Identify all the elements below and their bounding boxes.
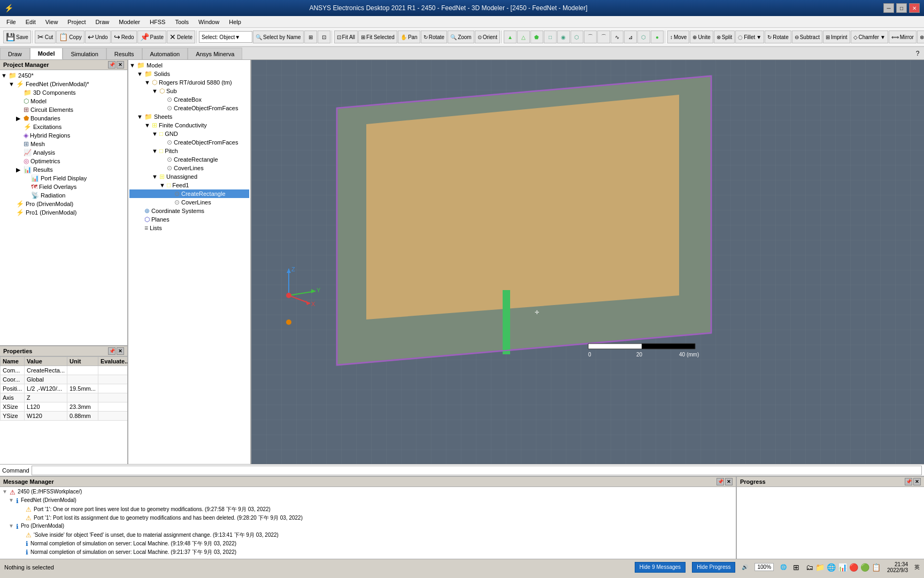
msg-close-button[interactable]: ✕ — [725, 478, 733, 485]
tree-item-sheets[interactable]: ▼📁Sheets — [129, 112, 249, 121]
tree-item-excitations[interactable]: ⚡Excitations — [1, 123, 126, 131]
hide-messages-button[interactable]: Hide 9 Messages — [635, 562, 686, 573]
rotate-button[interactable]: ↻ Rotate — [421, 31, 447, 43]
shape-2[interactable]: △ — [517, 31, 530, 43]
tree-item-feed1-cover[interactable]: ⊙CoverLines — [129, 198, 249, 207]
restore-button[interactable]: □ — [896, 3, 907, 13]
prog-close-button[interactable]: ✕ — [913, 478, 921, 485]
tree-item-pitch-rect[interactable]: ⊙CreateRectangle — [129, 155, 249, 164]
pan-button[interactable]: ✋ Pan — [398, 31, 420, 43]
help-button[interactable]: ? — [911, 48, 924, 59]
tree-item-feed1[interactable]: ▼□Feed1 — [129, 181, 249, 189]
tree-item-sub[interactable]: ▼⬡Sub — [129, 87, 249, 95]
tree-item-results[interactable]: ▶📊Results — [1, 165, 126, 174]
undo-button[interactable]: ↩ Undo — [85, 31, 111, 43]
tree-item-planes[interactable]: ⬡Planes — [129, 215, 249, 224]
unite-button[interactable]: ⊕ Unite — [690, 31, 713, 43]
tree-item-radiation[interactable]: 📡Radiation — [1, 191, 126, 200]
tree-toggle[interactable]: ▼ — [137, 113, 144, 120]
model-tree-panel[interactable]: ▼📁Model▼📁Solids▼⬡Rogers RT/duroid 5880 (… — [128, 60, 251, 464]
taskbar-icon-6[interactable]: 🟢 — [860, 563, 869, 572]
fit-all-button[interactable]: ⊡ Fit All — [334, 31, 358, 43]
redo-button[interactable]: ↪ Redo — [111, 31, 137, 43]
windows-start-icon[interactable]: ⊞ — [793, 563, 799, 572]
taskbar-icon-3[interactable]: 🌐 — [827, 563, 836, 572]
tree-item-optimetrics[interactable]: ◎Optimetrics — [1, 157, 126, 165]
menu-project[interactable]: Project — [63, 18, 90, 26]
tree-toggle[interactable]: ▼ — [137, 71, 144, 77]
tab-model[interactable]: Model — [30, 48, 63, 59]
tree-toggle[interactable]: ▼ — [144, 122, 152, 128]
subtract-button[interactable]: ⊖ Subtract — [792, 31, 822, 43]
tree-item-model-root[interactable]: ▼📁Model — [129, 61, 249, 70]
prop-value[interactable]: L120 — [25, 402, 67, 412]
shape-8[interactable]: ⌒ — [597, 31, 610, 43]
tree-item-createbox[interactable]: ⊙CreateBox — [129, 95, 249, 104]
tab-draw[interactable]: Draw — [0, 48, 30, 59]
tree-item-rogers[interactable]: ▼⬡Rogers RT/duroid 5880 (tm) — [129, 78, 249, 87]
zoom-button[interactable]: 🔍 Zoom — [448, 31, 474, 43]
pin-button[interactable]: 📌 — [108, 61, 116, 69]
tree-item-gnd-createobj[interactable]: ⊙CreateObjectFromFaces — [129, 138, 249, 147]
select-by-name-button[interactable]: 🔍 Select by Name — [253, 31, 304, 43]
menu-tools[interactable]: Tools — [171, 18, 193, 26]
tree-item-2450[interactable]: ▼📁2450* — [1, 71, 126, 80]
shape-7[interactable]: ⌒ — [584, 31, 597, 43]
orient-button[interactable]: ⊙ Orient — [475, 31, 500, 43]
close-panel-button[interactable]: ✕ — [117, 61, 124, 69]
tree-toggle[interactable]: ▼ — [144, 79, 152, 86]
split-button[interactable]: ⊗ Split — [714, 31, 735, 43]
shape-12[interactable]: ● — [651, 31, 664, 43]
move-button[interactable]: ↕ Move — [667, 31, 689, 43]
prog-pin-button[interactable]: 📌 — [905, 478, 912, 485]
prop-value[interactable]: Global — [25, 375, 67, 384]
selection-options[interactable]: ⊡ — [318, 31, 330, 43]
message-content[interactable]: ▼ ⚠ 2450 (E:/HFSSWorkplace/) ▼ ℹ FeedNet… — [0, 487, 736, 559]
hide-progress-button[interactable]: Hide Progress — [692, 562, 735, 573]
taskbar-icon-7[interactable]: 📋 — [872, 563, 881, 572]
tree-item-pitch-cover[interactable]: ⊙CoverLines — [129, 164, 249, 172]
rotate2-button[interactable]: ↻ Rotate — [765, 31, 791, 43]
project-tree[interactable]: ▼📁2450*▼⚡FeedNet (DrivenModal)*📁3D Compo… — [0, 70, 127, 345]
shape-11[interactable]: ⬡ — [637, 31, 650, 43]
menu-modeler[interactable]: Modeler — [114, 18, 144, 26]
tree-item-boundaries[interactable]: ▶⬟Boundaries — [1, 114, 126, 123]
tree-item-portfield[interactable]: 📊Port Field Display — [1, 174, 126, 182]
prop-value[interactable]: CreateRecta... — [25, 366, 67, 375]
shape-3[interactable]: ⬟ — [530, 31, 543, 43]
tree-item-solids[interactable]: ▼📁Solids — [129, 70, 249, 78]
minimize-button[interactable]: ─ — [883, 3, 894, 13]
menu-draw[interactable]: Draw — [91, 18, 114, 26]
tree-toggle[interactable]: ▼ — [9, 81, 16, 87]
chamfer-button[interactable]: ◇ Chamfer ▼ — [851, 31, 888, 43]
copy-button[interactable]: 📋 Copy — [56, 31, 84, 43]
tree-toggle[interactable]: ▼ — [159, 182, 167, 188]
shape-5[interactable]: ◉ — [557, 31, 570, 43]
close-button[interactable]: ✕ — [909, 3, 920, 13]
tree-item-coord-sys[interactable]: ⊕Coordinate Systems — [129, 207, 249, 215]
imprint-button[interactable]: ⊞ Imprint — [823, 31, 850, 43]
tree-item-createobj[interactable]: ⊙CreateObjectFromFaces — [129, 104, 249, 112]
save-button[interactable]: 💾 Save — [3, 31, 31, 43]
tree-toggle[interactable]: ▼ — [152, 88, 159, 94]
tree-item-mesh[interactable]: ⊞Mesh — [1, 140, 126, 148]
menu-window[interactable]: Window — [194, 18, 224, 26]
mirror-button[interactable]: ⟺ Mirror — [889, 31, 917, 43]
menu-help[interactable]: Help — [225, 18, 245, 26]
tree-item-feednet[interactable]: ▼⚡FeedNet (DrivenModal)* — [1, 80, 126, 88]
cut-button[interactable]: ✂ Cut — [35, 31, 56, 43]
tree-toggle[interactable]: ▼ — [152, 173, 159, 180]
tree-item-unassigned[interactable]: ▼⊞Unassigned — [129, 172, 249, 181]
prop-value[interactable]: Z — [25, 393, 67, 402]
taskbar-icon-5[interactable]: 🔴 — [849, 563, 858, 572]
tree-toggle[interactable]: ▼ — [152, 148, 159, 154]
shape-10[interactable]: ⊿ — [624, 31, 637, 43]
menu-file[interactable]: File — [2, 18, 20, 26]
tab-automation[interactable]: Automation — [142, 48, 188, 59]
fit-selected-button[interactable]: ⊞ Fit Selected — [358, 31, 397, 43]
shape-1[interactable]: ▲ — [504, 31, 517, 43]
taskbar-icon-1[interactable]: 🗂 — [806, 563, 813, 572]
filter-button[interactable]: ⊞ — [304, 31, 317, 43]
tree-item-lists[interactable]: ≡Lists — [129, 224, 249, 232]
menu-hfss[interactable]: HFSS — [145, 18, 170, 26]
